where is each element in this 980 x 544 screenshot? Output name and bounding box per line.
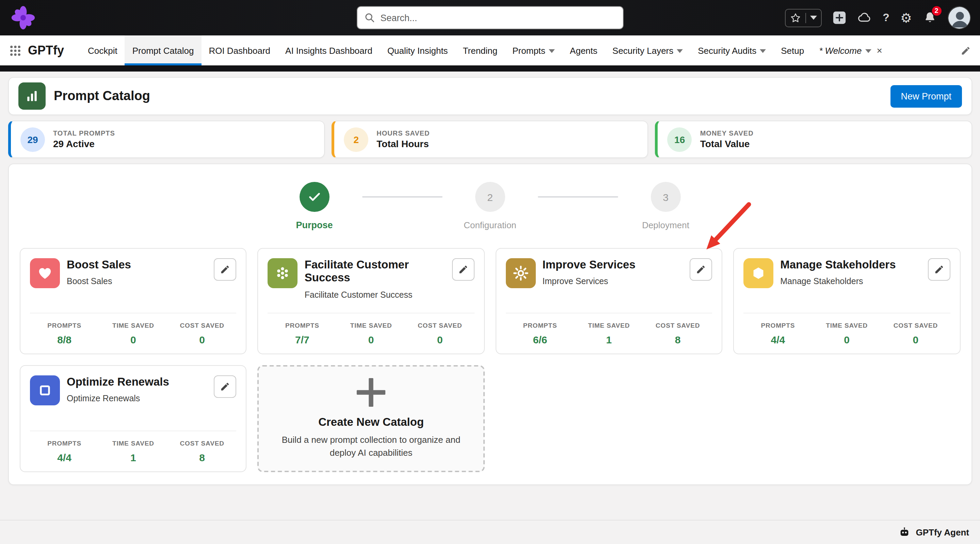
- chevron-down-icon: [549, 49, 555, 53]
- pencil-icon: [220, 381, 231, 392]
- wizard-stepper: Purpose 2 Configuration 3 Deployment: [20, 174, 960, 230]
- chevron-down-icon: [865, 49, 871, 53]
- app-root: ? ⚙ 2 GPTfy Cockpit Prompt Catalog ROI D…: [0, 0, 980, 544]
- square-icon: [30, 375, 60, 405]
- catalog-stat-time: TIME SAVED 0: [99, 322, 167, 345]
- catalog-titles: Manage Stakeholders Manage Stakeholders: [780, 258, 921, 287]
- tab-label: AI Insights Dashboard: [285, 45, 372, 56]
- global-search-box[interactable]: [357, 6, 624, 29]
- tab-welcome[interactable]: * Welcome ×: [811, 35, 890, 65]
- tab-quality-insights[interactable]: Quality Insights: [380, 35, 455, 65]
- catalog-card-improve-services: Improve Services Improve Services PROMPT…: [496, 248, 723, 354]
- pencil-icon: [458, 264, 468, 274]
- cost-saved-value: 0: [406, 334, 474, 345]
- tab-security-layers[interactable]: Security Layers: [605, 35, 690, 65]
- new-prompt-button[interactable]: New Prompt: [891, 85, 962, 107]
- global-search-input[interactable]: [380, 13, 616, 23]
- flower-icon: [268, 258, 298, 288]
- catalog-stat-prompts: PROMPTS 4/4: [30, 439, 99, 463]
- catalog-card-boost-sales: Boost Sales Boost Sales PROMPTS 8/8 TIME…: [20, 248, 247, 354]
- create-new-catalog-card[interactable]: Create New Catalog Build a new prompt co…: [258, 365, 485, 472]
- stat-value-badge: 16: [668, 127, 692, 152]
- pencil-icon: [934, 264, 944, 274]
- catalog-title: Facilitate Customer Success: [305, 258, 445, 285]
- gptfy-logo-icon[interactable]: [10, 4, 37, 31]
- cloud-icon[interactable]: [857, 10, 872, 25]
- time-saved-value: 0: [337, 334, 406, 345]
- wizard-step-deployment[interactable]: 3 Deployment: [629, 182, 703, 230]
- step-circle[interactable]: 2: [475, 182, 505, 212]
- wizard-step-purpose[interactable]: Purpose: [278, 182, 351, 230]
- catalog-card-facilitate-customer-success: Facilitate Customer Success Facilitate C…: [258, 248, 485, 354]
- stat-value-badge: 2: [344, 127, 368, 152]
- tab-prompts[interactable]: Prompts: [505, 35, 562, 65]
- edit-improve-services-button[interactable]: [690, 258, 712, 281]
- catalog-card-header: Boost Sales Boost Sales: [30, 258, 237, 288]
- stat-card-total-prompts: 29 TOTAL PROMPTS 29 Active: [8, 121, 325, 158]
- tab-cockpit[interactable]: Cockpit: [80, 35, 125, 65]
- catalog-stats: PROMPTS 4/4 TIME SAVED 1 COST SAVED 8: [30, 430, 237, 463]
- favorites-control[interactable]: [784, 8, 821, 27]
- tab-agents[interactable]: Agents: [562, 35, 605, 65]
- plus-icon: [356, 377, 386, 407]
- cost-saved-label: COST SAVED: [406, 322, 474, 329]
- wizard-step-configuration[interactable]: 2 Configuration: [453, 182, 527, 230]
- heart-icon: [30, 258, 60, 288]
- gptfy-agent-launcher[interactable]: GPTfy Agent: [899, 526, 969, 538]
- step-label: Purpose: [296, 220, 332, 230]
- cost-saved-label: COST SAVED: [168, 439, 237, 447]
- cost-saved-label: COST SAVED: [881, 322, 950, 329]
- stat-card-hours-saved: 2 HOURS SAVED Total Hours: [331, 121, 648, 158]
- step-connector-line: [362, 196, 442, 198]
- brand-strip: [0, 65, 980, 72]
- star-icon[interactable]: [789, 12, 801, 24]
- edit-facilitate-customer-success-button[interactable]: [452, 258, 474, 281]
- time-saved-label: TIME SAVED: [574, 322, 643, 329]
- tab-roi-dashboard[interactable]: ROI Dashboard: [201, 35, 278, 65]
- tab-setup[interactable]: Setup: [773, 35, 811, 65]
- pencil-icon: [220, 264, 231, 274]
- prompts-value: 8/8: [30, 334, 99, 345]
- catalog-stats: PROMPTS 4/4 TIME SAVED 0 COST SAVED 0: [743, 313, 950, 345]
- notifications-bell-icon[interactable]: 2: [923, 11, 936, 24]
- add-icon[interactable]: [832, 11, 846, 24]
- close-icon[interactable]: ×: [877, 46, 882, 55]
- chevron-down-icon[interactable]: [810, 16, 817, 20]
- check-icon[interactable]: [299, 182, 329, 212]
- edit-boost-sales-button[interactable]: [214, 258, 237, 281]
- edit-optimize-renewals-button[interactable]: [214, 375, 237, 398]
- stat-sublabel: Total Value: [700, 138, 754, 149]
- cost-saved-value: 8: [643, 334, 712, 345]
- prompts-value: 6/6: [506, 334, 574, 345]
- tab-ai-insights-dashboard[interactable]: AI Insights Dashboard: [278, 35, 380, 65]
- help-icon[interactable]: ?: [883, 12, 889, 23]
- catalog-stat-cost: COST SAVED 0: [168, 322, 237, 345]
- step-circle[interactable]: 3: [651, 182, 681, 212]
- setup-gear-icon[interactable]: ⚙: [900, 11, 912, 24]
- tab-prompt-catalog[interactable]: Prompt Catalog: [125, 35, 202, 65]
- page-edit-pencil-icon[interactable]: [960, 45, 970, 56]
- cost-saved-label: COST SAVED: [643, 322, 712, 329]
- prompts-value: 4/4: [30, 451, 99, 463]
- tab-label: Prompts: [512, 45, 545, 56]
- chevron-down-icon: [677, 49, 683, 53]
- time-saved-label: TIME SAVED: [337, 322, 406, 329]
- tab-label: * Welcome: [819, 45, 862, 56]
- catalog-title: Improve Services: [542, 258, 683, 271]
- tab-label: ROI Dashboard: [208, 45, 270, 56]
- edit-manage-stakeholders-button[interactable]: [928, 258, 950, 281]
- page-header: Prompt Catalog New Prompt: [8, 77, 972, 115]
- user-avatar[interactable]: [947, 6, 970, 29]
- chevron-down-icon: [760, 49, 766, 53]
- stat-value-badge: 29: [21, 127, 45, 152]
- tab-security-audits[interactable]: Security Audits: [690, 35, 773, 65]
- app-launcher-icon[interactable]: [10, 45, 21, 56]
- main-content: Prompt Catalog New Prompt 29 TOTAL PROMP…: [0, 72, 980, 485]
- tab-trending[interactable]: Trending: [455, 35, 505, 65]
- tab-label: Cockpit: [88, 45, 118, 56]
- cost-saved-value: 8: [168, 451, 237, 463]
- create-card-title: Create New Catalog: [318, 416, 424, 429]
- catalog-card-header: Optimize Renewals Optimize Renewals: [30, 375, 237, 405]
- catalog-stat-time: TIME SAVED 0: [337, 322, 406, 345]
- catalog-card-header: Manage Stakeholders Manage Stakeholders: [743, 258, 950, 288]
